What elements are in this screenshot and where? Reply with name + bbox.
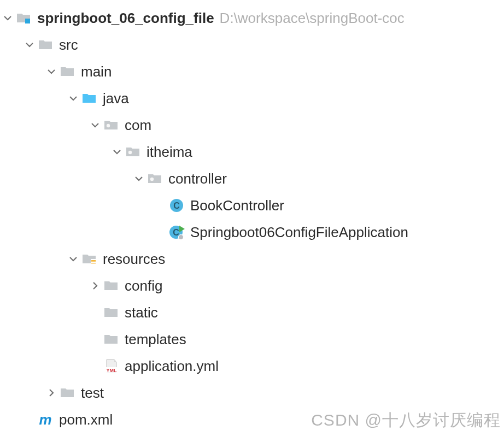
chevron-right-icon[interactable]: [87, 281, 103, 290]
node-label: springboot_06_config_file: [37, 11, 214, 25]
folder-icon: [103, 331, 119, 347]
node-label: test: [81, 386, 104, 400]
node-label: pom.xml: [59, 413, 113, 427]
node-label: application.yml: [125, 359, 219, 373]
package-folder-icon: [125, 144, 141, 160]
node-label: static: [125, 305, 158, 320]
source-folder-icon: [81, 90, 97, 107]
java-class-icon: [168, 197, 185, 214]
tree-node-com[interactable]: com: [0, 111, 504, 138]
node-path-hint: D:\workspace\springBoot-coc: [220, 11, 405, 25]
maven-file-icon: [37, 411, 54, 428]
tree-node-controller[interactable]: controller: [0, 165, 504, 192]
tree-node-templates[interactable]: templates: [0, 326, 504, 352]
tree-node-test[interactable]: test: [0, 379, 504, 406]
node-label: itheima: [146, 145, 192, 159]
folder-icon: [59, 63, 75, 80]
folder-icon: [103, 278, 119, 294]
chevron-down-icon[interactable]: [0, 14, 15, 22]
node-label: src: [59, 38, 78, 52]
tree-node-bookcontroller[interactable]: BookController: [0, 192, 504, 219]
node-label: Springboot06ConfigFileApplication: [190, 225, 408, 239]
tree-node-application-yml[interactable]: application.yml: [0, 352, 504, 379]
tree-node-config[interactable]: config: [0, 272, 504, 299]
tree-node-application-class[interactable]: Springboot06ConfigFileApplication: [0, 219, 504, 245]
node-label: templates: [125, 332, 186, 346]
node-label: controller: [168, 172, 227, 186]
java-runnable-class-icon: [168, 224, 185, 240]
project-tree: springboot_06_config_file D:\workspace\s…: [0, 0, 504, 433]
chevron-down-icon[interactable]: [109, 148, 125, 156]
chevron-down-icon[interactable]: [131, 174, 146, 183]
chevron-down-icon[interactable]: [66, 255, 81, 263]
resources-folder-icon: [81, 251, 97, 267]
tree-node-main[interactable]: main: [0, 58, 504, 85]
tree-node-src[interactable]: src: [0, 31, 504, 58]
module-folder-icon: [15, 10, 32, 26]
node-label: java: [103, 91, 129, 105]
chevron-right-icon[interactable]: [44, 388, 59, 397]
tree-node-static[interactable]: static: [0, 299, 504, 326]
tree-node-root[interactable]: springboot_06_config_file D:\workspace\s…: [0, 4, 504, 31]
yml-file-icon: [103, 358, 119, 374]
chevron-down-icon[interactable]: [66, 94, 81, 103]
tree-node-java[interactable]: java: [0, 85, 504, 111]
tree-node-itheima[interactable]: itheima: [0, 138, 504, 165]
node-label: main: [81, 64, 112, 79]
node-label: resources: [103, 252, 165, 266]
node-label: config: [125, 279, 162, 293]
node-label: com: [125, 118, 151, 132]
folder-icon: [59, 385, 75, 401]
node-label: BookController: [190, 198, 284, 213]
chevron-down-icon[interactable]: [22, 40, 37, 49]
folder-icon: [103, 304, 119, 321]
package-folder-icon: [103, 117, 119, 133]
chevron-down-icon[interactable]: [44, 67, 59, 76]
tree-node-resources[interactable]: resources: [0, 245, 504, 272]
tree-node-pom[interactable]: pom.xml: [0, 406, 504, 433]
package-folder-icon: [146, 170, 163, 187]
folder-icon: [37, 37, 54, 53]
chevron-down-icon[interactable]: [87, 121, 103, 129]
